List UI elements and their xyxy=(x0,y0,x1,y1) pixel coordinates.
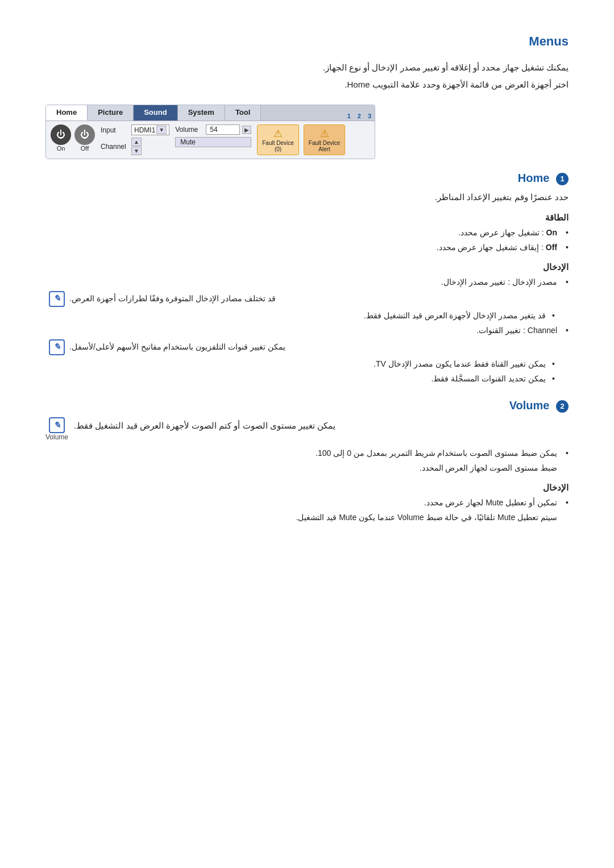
channel-field-row: Channel ▲ ▼ xyxy=(101,138,169,155)
page-title: Menus xyxy=(45,34,569,49)
tab-system[interactable]: System xyxy=(178,105,225,121)
mute-row: Mute xyxy=(175,137,251,147)
power-icon-row: ⏻ On ⏻ Off xyxy=(51,124,95,152)
off-bullet-label: Off xyxy=(546,243,557,252)
home-section-title: Home 1 xyxy=(45,172,569,185)
on-bullet: On : تشغيل جهاز عرض محدد. xyxy=(45,225,569,240)
volume-section-title: Volume 2 xyxy=(45,399,569,413)
tab-number-3: 3 xyxy=(364,111,375,121)
home-badge: 1 xyxy=(556,173,569,185)
fault-section: ⚠ Fault Device(0) ⚠ Fault DeviceAlert xyxy=(257,124,345,155)
volume-note-text: يمكن تغيير مستوى الصوت أو كتم الصوت لأجه… xyxy=(74,417,335,434)
input-source-bullet: مصدر الإدخال : تغيير مصدر الإدخال. xyxy=(45,275,569,290)
channel-note2: يمكن تغيير القناة فقط عندما يكون مصدر ال… xyxy=(45,356,569,372)
volume-note-icon: ✎ xyxy=(49,417,65,433)
on-bullet-label: On xyxy=(546,228,557,237)
menu-screenshot: Home Picture Sound System Tool 1 2 3 ⏻ O… xyxy=(45,105,375,159)
on-bullet-desc: تشغيل جهاز عرض محدد. xyxy=(458,228,540,237)
input-arrow[interactable]: ▼ xyxy=(156,126,167,134)
note-icon-2: ✎ xyxy=(49,339,65,355)
channel-down[interactable]: ▼ xyxy=(131,147,142,155)
volume-value: 54 xyxy=(206,124,240,135)
tab-tool[interactable]: Tool xyxy=(225,105,261,121)
volume-input-subsection-title: الإدخال xyxy=(45,483,569,493)
tab-sound[interactable]: Sound xyxy=(134,105,177,121)
mute-bullet1-line1: تمكين أو تعطيل Mute لجهاز عرض محدد. xyxy=(424,498,557,507)
off-icon-group: ⏻ Off xyxy=(74,124,95,152)
volume-bullet1-line2: ضبط مستوى الصوت لجهاز العرض المحدد. xyxy=(420,463,557,472)
fault-device-alert: ⚠ Fault DeviceAlert xyxy=(304,124,346,155)
input-note1-text: قد تختلف مصادر الإدخال المتوفرة وفقًا لط… xyxy=(69,291,276,306)
menu-content: ⏻ On ⏻ Off Input HDMI1 ▼ Channel xyxy=(46,121,375,159)
channel-bullet: Channel : تغيير القنوات. xyxy=(45,323,569,338)
volume-badge: 2 xyxy=(556,400,569,413)
volume-row: Volume 54 ▶ xyxy=(175,124,251,135)
mute-button[interactable]: Mute xyxy=(175,137,251,147)
volume-label: Volume xyxy=(175,126,204,134)
note-icon-1: ✎ xyxy=(49,291,65,307)
on-icon[interactable]: ⏻ xyxy=(51,124,71,145)
volume-arrow[interactable]: ▶ xyxy=(242,126,251,134)
channel-note3: يمكن تحديد القنوات المسجَّلة فقط. xyxy=(45,371,569,387)
on-label: On xyxy=(57,145,65,152)
intro-line1: يمكنك تشغيل جهاز محدد أو إغلاقه أو تغيير… xyxy=(45,59,569,76)
power-subsection-title: الطاقة xyxy=(45,213,569,223)
mute-bullet1: تمكين أو تعطيل Mute لجهاز عرض محدد. سيتم… xyxy=(45,495,569,525)
input-field-label: Input xyxy=(101,126,129,134)
off-icon[interactable]: ⏻ xyxy=(74,124,95,145)
fault-device-0-label: Fault Device(0) xyxy=(262,140,294,152)
channel-note1-row: يمكن تغيير قنوات التلفزيون باستخدام مفات… xyxy=(45,338,569,356)
input-select[interactable]: HDMI1 ▼ xyxy=(131,124,169,135)
on-icon-group: ⏻ On xyxy=(51,124,71,152)
volume-bullet1: يمكن ضبط مستوى الصوت باستخدام شريط التمر… xyxy=(45,446,569,476)
volume-mute-section: Volume 54 ▶ Mute xyxy=(175,124,251,147)
fault-icon-alert: ⚠ xyxy=(320,127,329,140)
on-bullet-colon: : xyxy=(540,228,544,237)
input-note1-row: قد تختلف مصادر الإدخال المتوفرة وفقًا لط… xyxy=(45,290,569,308)
volume-bullet1-line1: يمكن ضبط مستوى الصوت باستخدام شريط التمر… xyxy=(316,448,557,458)
input-note2: قد يتغير مصدر الإدخال لأجهزة العرض قيد ا… xyxy=(45,308,569,323)
mute-bullet1-line2: سيتم تعطيل Mute تلقائيًا، في حالة ضبط Vo… xyxy=(296,513,557,522)
tab-picture[interactable]: Picture xyxy=(88,105,134,121)
volume-note-icon-group: ✎ Volume xyxy=(45,417,68,441)
channel-field-label: Channel xyxy=(101,143,129,151)
volume-note-row: يمكن تغيير مستوى الصوت أو كتم الصوت لأجه… xyxy=(45,417,569,441)
input-channel-fields: Input HDMI1 ▼ Channel ▲ ▼ xyxy=(101,124,169,155)
fault-device-alert-label: Fault DeviceAlert xyxy=(309,140,341,152)
off-bullet: Off : إيقاف تشغيل جهاز عرض محدد. xyxy=(45,240,569,255)
off-bullet-desc: إيقاف تشغيل جهاز عرض محدد. xyxy=(437,243,539,252)
tab-number-1: 1 xyxy=(344,111,354,121)
intro-line2: اختر أجهزة العرض من قائمة الأجهزة وحدد ع… xyxy=(45,76,569,93)
power-icons: ⏻ On ⏻ Off xyxy=(51,124,95,153)
channel-up[interactable]: ▲ xyxy=(131,138,142,146)
channel-note1-text: يمكن تغيير قنوات التلفزيون باستخدام مفات… xyxy=(69,339,285,355)
home-description: حدد عنصرًا وقم بتغيير الإعداد المناظر. xyxy=(45,189,569,206)
menu-bar: Home Picture Sound System Tool 1 2 3 xyxy=(46,105,375,121)
input-subsection-title: الإدخال xyxy=(45,262,569,272)
input-value: HDMI1 xyxy=(134,126,155,134)
fault-device-0: ⚠ Fault Device(0) xyxy=(257,124,299,155)
channel-arrows: ▲ ▼ xyxy=(131,138,142,155)
off-bullet-colon: : xyxy=(539,243,544,252)
input-field-row: Input HDMI1 ▼ xyxy=(101,124,169,135)
tab-number-2: 2 xyxy=(354,111,364,121)
off-label: Off xyxy=(81,145,89,152)
fault-icon-0: ⚠ xyxy=(273,127,283,140)
tab-home[interactable]: Home xyxy=(46,105,88,121)
volume-icon-label: Volume xyxy=(45,433,68,441)
